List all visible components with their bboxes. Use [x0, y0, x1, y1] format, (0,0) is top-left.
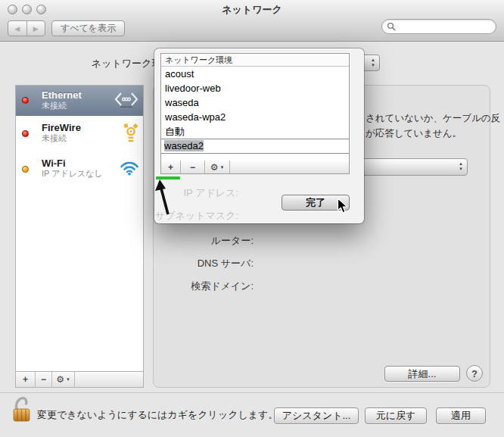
- history-nav: ◀ ▶: [8, 20, 45, 36]
- popup-stepper-icon: ▲▼: [459, 161, 463, 172]
- gear-icon: ⚙: [56, 374, 64, 385]
- titlebar-toolbar: ネットワーク ◀ ▶ すべてを表示: [0, 0, 504, 42]
- show-all-button[interactable]: すべてを表示: [51, 20, 125, 36]
- wifi-icon: [120, 161, 139, 179]
- subnet-mask-label: サブネットマスク:: [57, 209, 238, 223]
- locations-table: ネットワーク環境 acoust livedoor-web waseda wase…: [160, 53, 350, 174]
- location-row[interactable]: livedoor-web: [161, 81, 349, 95]
- search-input[interactable]: [381, 19, 496, 34]
- add-location-button[interactable]: +: [161, 161, 181, 173]
- locations-column-header: ネットワーク環境: [161, 54, 349, 67]
- remove-location-button[interactable]: −: [181, 161, 205, 173]
- search-icon: [387, 22, 397, 32]
- remove-service-button[interactable]: −: [36, 372, 52, 387]
- unlocked-padlock-icon[interactable]: [11, 394, 33, 426]
- service-action-menu-button[interactable]: ⚙ ▼: [52, 372, 75, 387]
- annotation-arrow-icon: [154, 179, 173, 220]
- window-title: ネットワーク: [0, 3, 504, 17]
- selected-text: waseda2: [164, 140, 204, 151]
- location-row[interactable]: acoust: [161, 67, 349, 81]
- status-dot-orange-icon: [22, 166, 29, 173]
- location-popup-label: ネットワーク環境:: [30, 57, 174, 70]
- status-text-line1: されていないか、ケーブルの反: [366, 112, 500, 125]
- service-row-firewire[interactable]: FireWire 未接続: [16, 116, 143, 151]
- mouse-cursor-icon: [337, 198, 349, 217]
- help-button[interactable]: ?: [466, 365, 483, 382]
- chevron-down-icon: ▼: [219, 165, 224, 170]
- add-service-button[interactable]: +: [16, 372, 36, 387]
- status-dot-red-icon: [22, 130, 29, 137]
- location-row[interactable]: 自動: [161, 124, 349, 139]
- status-text-line2: が応答していません。: [366, 127, 462, 140]
- advanced-button[interactable]: 詳細...: [384, 366, 460, 382]
- location-action-menu-button[interactable]: ⚙ ▼: [205, 161, 230, 173]
- assistant-button[interactable]: アシスタント...: [274, 407, 359, 424]
- gear-icon: ⚙: [210, 162, 219, 173]
- footer-divider: [0, 392, 504, 393]
- locations-footer-toolbar: + − ⚙ ▼: [161, 161, 349, 173]
- empty-row: [161, 154, 349, 161]
- network-preferences-window: ネットワーク ◀ ▶ すべてを表示 ネットワーク環境: ▲▼ されていないか、ケ…: [0, 0, 504, 437]
- firewire-icon: [123, 122, 139, 145]
- location-row[interactable]: waseda-wpa2: [161, 110, 349, 124]
- services-list: Ethernet 未接続 FireWire 未接続: [15, 85, 144, 388]
- location-row[interactable]: waseda: [161, 95, 349, 110]
- chevron-down-icon: ▼: [66, 377, 70, 382]
- back-button[interactable]: ◀: [8, 21, 27, 36]
- status-dot-red-icon: [22, 97, 29, 104]
- apply-button[interactable]: 適用: [436, 407, 486, 424]
- services-footer-toolbar: + − ⚙ ▼: [16, 371, 143, 387]
- service-row-ethernet[interactable]: Ethernet 未接続: [16, 86, 143, 116]
- revert-button[interactable]: 元に戻す: [365, 407, 427, 424]
- popup-stepper-icon: ▲▼: [371, 58, 375, 68]
- location-name-edit-field[interactable]: waseda2: [161, 139, 349, 154]
- ip-address-label: IP アドレス:: [57, 186, 238, 200]
- forward-button[interactable]: ▶: [27, 21, 45, 36]
- service-row-wifi[interactable]: Wi-Fi IP アドレスなし: [16, 151, 143, 187]
- lock-hint-text: 変更できないようにするにはカギをクリックします。: [37, 408, 278, 422]
- ethernet-icon: [114, 91, 139, 111]
